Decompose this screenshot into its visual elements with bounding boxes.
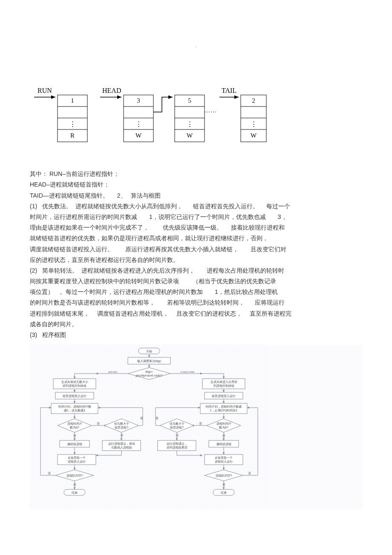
- svg-text:⋮: ⋮: [251, 121, 257, 127]
- svg-text:时间片到，进程时间片数: 时间片到，进程时间片数: [58, 405, 91, 408]
- text: 原运行进程再按其优先数大小插入就绪链，: [125, 246, 239, 253]
- pcb-box-2: 3⋮W: [124, 95, 153, 142]
- text: 直至所有进程完: [250, 310, 291, 317]
- text: 优先数法。: [42, 203, 72, 210]
- text: 就绪链链首进程的优先数，如果仍是现行进程高或者相同，就让现行进程继续进行，否则，: [30, 235, 268, 242]
- text: 时间片，运行进程所需运行的时间片数减: [30, 213, 137, 220]
- svg-text:进程队列空?: 进程队列空?: [66, 474, 83, 477]
- svg-text:从链首取一个: 从链首取一个: [68, 456, 86, 459]
- top-marker: .: [30, 43, 362, 50]
- svg-text:round robin: round robin: [181, 370, 195, 374]
- text: TAID: [30, 192, 43, 199]
- svg-text:数为0?: 数为0?: [70, 426, 79, 429]
- svg-text:⋮: ⋮: [135, 121, 142, 127]
- svg-text:进程投入运行: 进程投入运行: [215, 460, 233, 463]
- text: 项位置）: [30, 288, 54, 295]
- text: 应将现运行: [255, 299, 285, 306]
- svg-text:生成并按优先数大小: 生成并按优先数大小: [61, 380, 88, 383]
- svg-text:3: 3: [137, 97, 140, 104]
- text: 链首进程首先投入运行。: [193, 203, 259, 210]
- text: ，: [281, 213, 287, 220]
- svg-text:5: 5: [188, 97, 191, 104]
- pcb-box-1: 1⋮R: [58, 95, 87, 142]
- svg-text:进程时间片: 进程时间片: [216, 422, 231, 425]
- text: RUN: [49, 170, 62, 177]
- pcb-box-4: 2⋮W: [241, 95, 266, 142]
- pcb-box-3: 5⋮W: [175, 95, 205, 142]
- run-label: RUN: [37, 87, 52, 94]
- svg-text:从链首取一个: 从链首取一个: [215, 456, 233, 459]
- text: 成各自的时间片。: [30, 321, 78, 328]
- svg-text:是: 是: [156, 417, 159, 420]
- text: 进程就绪链按各进程进入的先后次序排列，: [81, 267, 195, 274]
- text: 程序框图: [42, 331, 66, 338]
- text: 。每过一个时间片，运行进程占用处理机的时间片数加: [60, 288, 203, 295]
- text: –当前运行进程指针；: [62, 170, 119, 177]
- svg-text:否: 否: [97, 422, 100, 426]
- text: 进程每次占用处理机的轮转时: [207, 267, 284, 274]
- text: —进程就绪链链尾指针。: [43, 192, 109, 199]
- svg-text:撤销该进程: 撤销该进程: [216, 443, 231, 446]
- text: 简单轮转法。: [42, 267, 78, 274]
- svg-text:W: W: [187, 132, 193, 139]
- svg-text:进程队列空?: 进程队列空?: [216, 474, 232, 477]
- text: 其中：: [30, 170, 48, 177]
- text: 调度就绪链链首进程投入运行。: [30, 246, 113, 253]
- svg-text:⋮: ⋮: [69, 121, 76, 127]
- svg-text:排列进程链尾部: 排列进程链尾部: [167, 446, 187, 449]
- svg-text:先数插入进程链: 先数插入进程链: [111, 446, 132, 449]
- svg-text:进程投入运行: 进程投入运行: [68, 460, 86, 463]
- text: 接着比较现行进程和: [231, 224, 285, 231]
- svg-text:优先数大于: 优先数大于: [114, 422, 129, 425]
- text: 的时间片数是否与该进程的轮转时间片数相等，: [30, 299, 155, 306]
- svg-text:R: R: [70, 132, 75, 139]
- svg-text:否: 否: [248, 472, 251, 475]
- text: 3: [278, 213, 281, 220]
- svg-text:W: W: [251, 132, 257, 139]
- text: HEAD: [30, 181, 46, 188]
- svg-text:W: W: [135, 132, 142, 139]
- svg-text:开始: 开始: [146, 350, 152, 353]
- text: 理由是该进程如果在一个时间片中完成不了，: [30, 224, 149, 231]
- svg-text:输入调度算法Algo: 输入调度算法Algo: [137, 359, 161, 363]
- svg-text:Algo=: Algo=: [145, 370, 153, 374]
- document-page: . RUN 1⋮R HEAD 3⋮W 5⋮W TAIL 2⋮W 其中： RUN–…: [0, 0, 392, 527]
- svg-text:链首进程投入运行: 链首进程投入运行: [211, 394, 236, 398]
- text: 若相等说明已到达轮转时间，: [167, 299, 245, 306]
- text: 1: [215, 288, 218, 295]
- text: 1: [149, 213, 153, 220]
- svg-text:排列进程控制块链: 排列进程控制块链: [63, 384, 86, 387]
- svg-text:链首进程?: 链首进程?: [170, 426, 184, 429]
- svg-text:结束: 结束: [72, 491, 78, 494]
- text: 应的进程状态，直至所有进程都运行完各自的时间片数。: [30, 256, 179, 263]
- svg-text:1: 1: [71, 97, 74, 104]
- text: 间按其重要程度登入进程控制块中的轮转时间片数记录项: [30, 278, 179, 285]
- svg-text:是: 是: [140, 417, 143, 420]
- svg-text:生成并按进入次序排: 生成并按进入次序排: [210, 380, 237, 384]
- text: 且改变它们对: [251, 246, 286, 253]
- text: 每过一个: [266, 203, 290, 210]
- text: 算法与框图: [131, 192, 161, 199]
- text: (1): [30, 203, 37, 210]
- tail-label: TAIL: [222, 87, 236, 94]
- text: (2): [30, 267, 37, 274]
- svg-text:否: 否: [48, 472, 51, 475]
- svg-text:减1，优先数减3: 减1，优先数减3: [64, 409, 85, 412]
- svg-text:运行进程退出，按优: 运行进程退出，按优: [108, 442, 135, 445]
- svg-text:优先数大于: 优先数大于: [170, 422, 184, 425]
- text: –进程就绪链链首指针；: [46, 181, 110, 188]
- svg-text:列进程控制块链: 列进程控制块链: [213, 384, 234, 387]
- flowchart-diagram: 开始 输入调度算法Algo Algo=priority/round robin?…: [30, 345, 362, 510]
- text: (3): [30, 331, 37, 338]
- body-text: 其中： RUN–当前运行进程指针； HEAD–进程就绪链链首指针； TAID—进…: [30, 169, 362, 340]
- text: 2、: [117, 192, 127, 199]
- svg-text:链首进程投入运行: 链首进程投入运行: [62, 394, 86, 398]
- svg-text:结束: 结束: [221, 491, 227, 494]
- svg-text:priority/round robin?: priority/round robin?: [136, 374, 162, 377]
- text: ，然后比较占用处理机: [218, 288, 278, 295]
- svg-text:否: 否: [199, 422, 202, 426]
- text: ，说明它已运行了一个时间片，优先数也减: [153, 213, 266, 220]
- svg-text:2: 2: [252, 97, 255, 104]
- text: 进程就绪链按优先数大小从高到低排列，: [75, 203, 183, 210]
- text: 且改变它们的进程状态，: [176, 310, 242, 317]
